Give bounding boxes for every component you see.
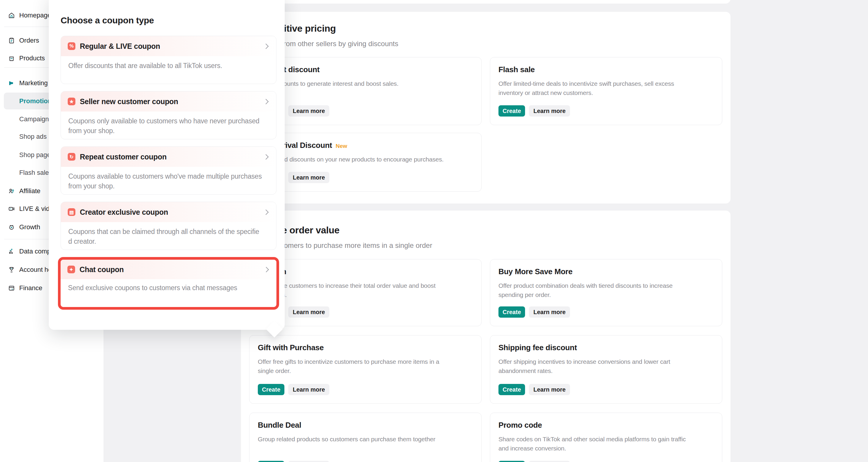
section-subheading: Entice customers to purchase more items … <box>249 240 722 251</box>
choose-coupon-type-popover: Choose a coupon type % Regular & LIVE co… <box>49 0 285 330</box>
affiliate-icon <box>8 187 15 195</box>
option-header: ↻ Repeat customer coupon <box>61 147 276 167</box>
account-health-icon <box>8 266 15 273</box>
card-title: Buy More Save More <box>498 267 572 276</box>
create-button[interactable]: Create <box>258 461 284 462</box>
card-description: Offer timed discounts on your new produc… <box>258 155 473 164</box>
sidebar-item-label: Orders <box>19 37 39 45</box>
coupon-chat-sparkle-icon: ✦ <box>67 266 75 273</box>
sidebar-item-label: Campaigns <box>19 115 52 123</box>
coupon-repeat-customer-icon: ↻ <box>68 153 75 161</box>
learn-more-button[interactable]: Learn more <box>529 384 570 395</box>
option-seller-new-customer-coupon[interactable]: ★ Seller new customer coupon Coupons onl… <box>61 91 276 139</box>
option-title: Seller new customer coupon <box>80 97 178 106</box>
orders-icon <box>8 37 15 44</box>
sidebar-item-label: Affiliate <box>19 187 40 195</box>
chevron-right-icon <box>263 154 269 160</box>
sidebar-item-label: Products <box>19 54 45 62</box>
data-compass-icon <box>8 248 15 255</box>
option-title: Creator exclusive coupon <box>80 208 168 216</box>
create-button[interactable]: Create <box>498 384 525 395</box>
chevron-right-icon <box>263 99 269 104</box>
option-description: Offer discounts that are available to al… <box>61 56 276 71</box>
card-promo-code: Promo code Share codes on TikTok and oth… <box>490 413 722 462</box>
card-title: Bundle Deal <box>258 421 301 430</box>
products-icon <box>8 55 15 62</box>
create-button[interactable]: Create <box>258 384 284 395</box>
create-button[interactable]: Create <box>498 461 525 462</box>
option-title: Repeat customer coupon <box>80 153 166 161</box>
learn-more-button[interactable]: Learn more <box>288 105 329 117</box>
coupon-creator-icon: ▤ <box>68 208 75 216</box>
option-title: Chat coupon <box>80 265 124 274</box>
sidebar-item-label: Flash sale <box>19 169 49 177</box>
marketing-icon <box>8 80 15 87</box>
option-description: Coupons available to customers who've ma… <box>61 167 276 191</box>
option-creator-exclusive-coupon[interactable]: ▤ Creator exclusive coupon Coupons that … <box>61 202 276 250</box>
option-header: % Regular & LIVE coupon <box>61 36 276 56</box>
card-title: Promo code <box>498 421 542 430</box>
learn-more-button[interactable]: Learn more <box>288 307 329 318</box>
card-shipping-fee-discount: Shipping fee discount Offer shipping inc… <box>490 335 722 404</box>
learn-more-button[interactable]: Learn more <box>288 384 329 395</box>
card-description: Encourage customers to increase their to… <box>258 281 473 299</box>
sidebar-item-label: Finance <box>19 284 42 292</box>
new-badge: New <box>336 143 347 149</box>
create-button[interactable]: Create <box>498 105 525 117</box>
card-title: Gift with Purchase <box>258 343 324 352</box>
create-button[interactable]: Create <box>498 307 525 318</box>
learn-more-button[interactable]: Learn more <box>288 461 329 462</box>
chevron-right-icon <box>263 44 269 49</box>
option-title: Regular & LIVE coupon <box>80 42 160 51</box>
card-title: Flash sale <box>498 65 535 74</box>
option-header: ★ Seller new customer coupon <box>61 91 276 112</box>
card-description: Offer product combination deals with tie… <box>498 281 714 299</box>
section-increase-order-value: Increase order value Entice customers to… <box>241 210 731 462</box>
card-description: Offer limited-time deals to incentivize … <box>498 79 714 97</box>
section-heading: Competitive pricing <box>249 22 722 35</box>
section-heading: Increase order value <box>249 224 722 237</box>
sidebar-item-label: Homepage <box>19 11 51 19</box>
finance-icon <box>8 285 15 292</box>
option-description: Coupons only available to customers who … <box>61 112 276 136</box>
sidebar-item-label: Growth <box>19 223 40 231</box>
learn-more-button[interactable]: Learn more <box>529 105 570 117</box>
card-flash-sale: Flash sale Offer limited-time deals to i… <box>490 57 722 125</box>
card-title: Shipping fee discount <box>498 343 577 352</box>
option-description: Coupons that can be claimed through all … <box>61 222 276 247</box>
sidebar-item-label: Shop page <box>19 151 51 159</box>
sidebar-item-label: Marketing <box>19 79 48 87</box>
card-description: Offer shipping incentives to increase co… <box>498 357 714 375</box>
card-description: Share codes on TikTok and other social m… <box>498 434 714 453</box>
card-description: Offer free gifts to incentivize customer… <box>258 357 473 375</box>
card-buy-more-save-more: Buy More Save More Offer product combina… <box>490 259 722 326</box>
chevron-right-icon <box>264 267 269 272</box>
card-gift-with-purchase: Gift with Purchase Offer free gifts to i… <box>249 335 482 404</box>
card-description: Group related products so customers can … <box>258 434 473 444</box>
option-chat-coupon-highlighted[interactable]: ✦ Chat coupon Send exclusive coupons to … <box>58 257 279 310</box>
previous-panel-edge <box>241 0 731 4</box>
chevron-right-icon <box>263 209 269 215</box>
section-subheading: Stand out from other sellers by giving d… <box>249 38 722 49</box>
learn-more-button[interactable]: Learn more <box>529 307 570 318</box>
option-description: Send exclusive coupons to customers via … <box>61 279 276 293</box>
popover-title: Choose a coupon type <box>61 16 276 25</box>
learn-more-button[interactable]: Learn more <box>288 172 329 183</box>
option-repeat-customer-coupon[interactable]: ↻ Repeat customer coupon Coupons availab… <box>61 146 276 195</box>
learn-more-button[interactable]: Learn more <box>529 461 570 462</box>
card-bundle-deal: Bundle Deal Group related products so cu… <box>249 413 482 462</box>
option-regular-live-coupon[interactable]: % Regular & LIVE coupon Offer discounts … <box>61 36 276 84</box>
home-icon <box>8 12 15 19</box>
coupon-percent-icon: % <box>68 42 75 50</box>
growth-icon <box>8 224 15 231</box>
option-header: ▤ Creator exclusive coupon <box>61 202 276 222</box>
coupon-star-icon: ★ <box>68 97 75 105</box>
card-description: Offer discounts to generate interest and… <box>258 79 473 88</box>
live-video-icon <box>8 205 15 212</box>
option-header: ✦ Chat coupon <box>61 260 276 279</box>
sidebar-item-label: Shop ads <box>19 133 47 141</box>
section-competitive-pricing: Competitive pricing Stand out from other… <box>241 12 731 203</box>
